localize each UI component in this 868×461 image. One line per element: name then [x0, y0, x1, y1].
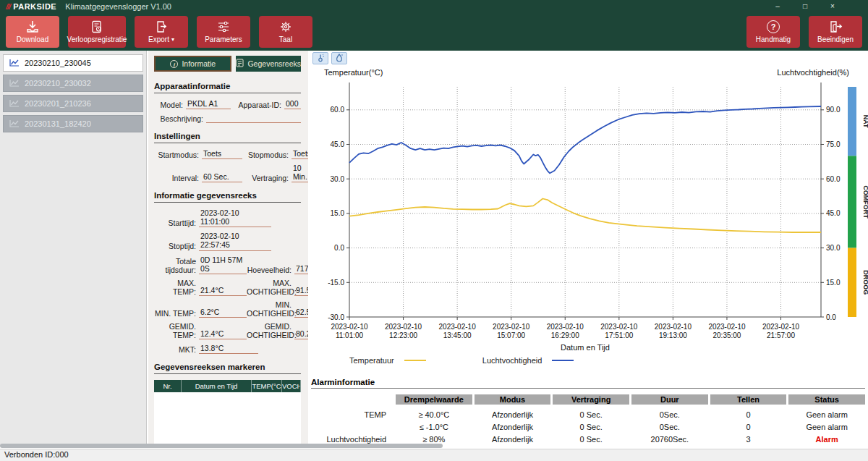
duration-value: 0D 11H 57M 0S — [199, 255, 247, 274]
marker-col-temp: TEMP(°C — [252, 380, 282, 392]
max-temp-value: 21.4°C — [199, 286, 247, 296]
svg-text:30.0: 30.0 — [331, 175, 345, 183]
stopmode-value: Toets — [292, 149, 308, 159]
app-title: Klimaatgegevenslogger V1.00 — [65, 2, 171, 11]
alarm-cell: 0 Sec. — [553, 433, 629, 445]
file-list-sidebar: 20230210_230045 20230210_230032 20230201… — [0, 51, 147, 445]
tab-informatie[interactable]: i Informatie — [154, 56, 231, 72]
alarm-row-label: TEMP — [311, 408, 393, 420]
stopmode-label: Stopmodus: — [242, 151, 292, 159]
legend-temperature: Temperatuur — [349, 356, 426, 365]
language-button[interactable]: Taal — [259, 16, 312, 48]
alarm-cell: 0Sec. — [631, 408, 708, 420]
right-axis-title: Luchtvochtigheid(%) — [777, 68, 849, 77]
alarm-status: Alarm — [788, 433, 865, 445]
count-label: Hoeveelheid: — [247, 266, 294, 274]
file-name: 20230210_230032 — [25, 79, 91, 88]
file-list-item[interactable]: 20230210_230032 — [3, 75, 143, 92]
section-device-info: Apparaatinformatie — [154, 80, 301, 93]
svg-text:60.0: 60.0 — [826, 175, 841, 183]
alarm-status: Geen alarm — [788, 420, 865, 433]
file-list-item[interactable]: 20230131_182420 — [3, 115, 143, 132]
alarm-cell: 20760Sec. — [631, 433, 708, 445]
legend-humidity: Luchtvochtigheid — [482, 356, 574, 365]
alarm-row-label — [311, 420, 393, 433]
stoptime-value: 2023-02-10 22:57:45 — [199, 232, 271, 250]
marker-col-nr: Nr. — [154, 380, 182, 392]
droplet-icon — [335, 52, 344, 65]
starttime-value: 2023-02-10 11:01:00 — [199, 208, 271, 227]
marker-table-body — [154, 392, 301, 445]
svg-text:12:23:00: 12:23:00 — [389, 331, 417, 339]
export-button[interactable]: Export▾ — [135, 16, 188, 48]
left-axis-title: Temperatuur(°C) — [324, 68, 383, 77]
startmode-label: Startmodus: — [154, 151, 202, 159]
stoptime-label: Stoptijd: — [154, 242, 199, 250]
alarm-cell: 0 Sec. — [553, 420, 629, 433]
band-label: NAT — [862, 115, 868, 128]
min-temp-label: MIN. TEMP: — [154, 309, 199, 318]
delay-value: 10 Min. — [292, 164, 308, 182]
close-icon[interactable]: × — [819, 0, 846, 13]
mkt-value: 13.8°C — [199, 344, 258, 354]
download-button[interactable]: Download — [6, 16, 59, 48]
description-value — [206, 114, 301, 123]
device-id-label: Apparaat-ID: — [231, 101, 284, 109]
logbook-button[interactable]: Verloopsregistratie — [68, 16, 126, 48]
alarm-col-threshold: Drempelwaarde — [396, 394, 472, 405]
chart-area: Temperatuur(°C) Luchtvochtigheid(%) NATC… — [310, 65, 868, 378]
svg-text:2023-02-10: 2023-02-10 — [655, 323, 692, 331]
chart-toolbar — [310, 51, 868, 65]
count-value: 717 — [294, 264, 308, 274]
svg-text:20:35:00: 20:35:00 — [712, 331, 741, 339]
min-humidity-value: 62.5% — [294, 308, 308, 318]
maximize-icon[interactable]: □ — [791, 0, 819, 13]
chart-panel: Temperatuur(°C) Luchtvochtigheid(%) NATC… — [310, 51, 868, 449]
thermometer-icon — [316, 52, 325, 65]
interval-label: Interval: — [154, 174, 202, 182]
section-settings: Instellingen — [154, 130, 301, 143]
svg-text:11:01:00: 11:01:00 — [336, 331, 364, 339]
svg-text:-30.0: -30.0 — [328, 313, 344, 321]
svg-text:45.0: 45.0 — [331, 140, 345, 148]
interval-value: 60 Sec. — [202, 172, 242, 182]
exit-button[interactable]: Beeindigen — [809, 16, 862, 48]
section-markers: Gegevensreeksen markeren — [154, 361, 301, 374]
minimize-icon[interactable]: – — [764, 0, 791, 13]
svg-text:90.0: 90.0 — [826, 106, 841, 114]
alarm-title: Alarminformatie — [311, 378, 865, 389]
model-label: Model: — [154, 101, 186, 109]
status-bar: Verbonden ID:000 — [0, 449, 868, 461]
exit-door-icon — [828, 20, 843, 33]
help-icon: ? — [767, 20, 780, 33]
chart-file-icon — [9, 79, 20, 88]
file-list-item[interactable]: 20230210_230045 — [3, 54, 143, 72]
alarm-cell: ≤ -1.0°C — [396, 420, 472, 433]
svg-text:2023-02-10: 2023-02-10 — [385, 323, 422, 331]
horizontal-scrollbar[interactable] — [0, 444, 443, 448]
download-icon — [25, 20, 40, 33]
info-panel: i Informatie Gegevensreeks Apparaatinfor… — [148, 51, 308, 445]
app-window: /// PARKSIDE Klimaatgegevenslogger V1.00… — [0, 0, 868, 461]
avg-temp-value: 12.4°C — [199, 329, 247, 339]
manual-button[interactable]: ? Handmatig — [746, 16, 800, 48]
duration-label: Totale tijdsduur: — [154, 257, 199, 274]
tab-gegevensreeks[interactable]: Gegevensreeks — [236, 56, 301, 72]
svg-text:2023-02-10: 2023-02-10 — [331, 323, 368, 331]
parameters-button[interactable]: Parameters — [197, 16, 250, 48]
parkside-logo-icon: /// — [6, 2, 10, 11]
avg-humidity-label: GEMID. OCHTIGHEID: — [247, 322, 294, 339]
file-name: 20230131_182420 — [25, 119, 91, 128]
svg-text:21:57:00: 21:57:00 — [767, 331, 795, 339]
alarm-col-duration: Duur — [631, 394, 708, 405]
luchtvochtigheid-line — [349, 106, 821, 173]
alarm-status: Geen alarm — [788, 408, 865, 420]
temperature-toggle-button[interactable] — [312, 52, 328, 64]
band-label: COMFORT — [862, 185, 868, 219]
svg-text:2023-02-10: 2023-02-10 — [493, 323, 530, 331]
humidity-toggle-button[interactable] — [331, 52, 347, 64]
sliders-icon — [216, 20, 231, 33]
svg-text:45.0: 45.0 — [826, 209, 841, 217]
main-toolbar: Download Verloopsregistratie Export▾ Par… — [0, 13, 868, 51]
file-list-item[interactable]: 20230201_210236 — [3, 95, 143, 112]
